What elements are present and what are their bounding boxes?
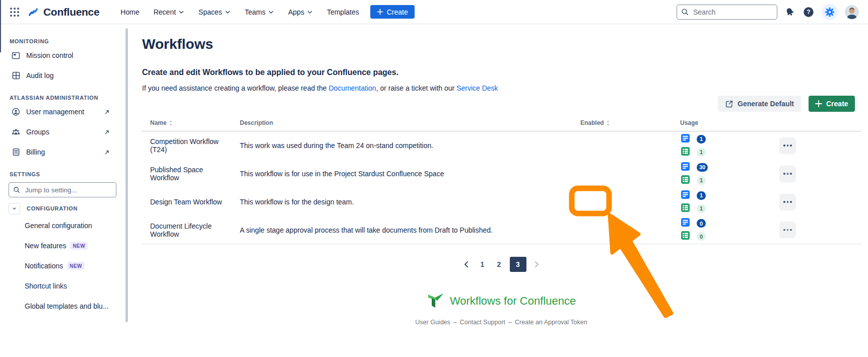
workflow-name: Document Lifecycle Workflow bbox=[141, 222, 231, 238]
search-icon bbox=[681, 8, 689, 16]
pagination-page-3-current[interactable]: 3 bbox=[510, 257, 526, 272]
generate-default-button[interactable]: Generate Default bbox=[718, 96, 801, 112]
user-guides-link[interactable]: User Guides bbox=[415, 319, 450, 326]
row-actions-menu-button[interactable] bbox=[779, 194, 796, 210]
notifications-bell-icon[interactable] bbox=[784, 7, 795, 18]
chevron-down-icon bbox=[12, 205, 17, 211]
chevron-right-icon bbox=[535, 261, 540, 268]
help-text: If you need assistance creating a workfl… bbox=[142, 84, 498, 92]
page-subtitle: Create and edit Workflows to be applied … bbox=[142, 68, 498, 77]
sidebar-item-new-features[interactable]: New features NEW bbox=[9, 236, 129, 256]
sidebar-item-groups[interactable]: Groups bbox=[9, 122, 111, 142]
pages-count-badge: 1 bbox=[697, 135, 706, 144]
tables-count-badge: 1 bbox=[697, 148, 706, 157]
footer-links: User Guides–Contact Support–Create an Ap… bbox=[415, 319, 587, 326]
create-workflow-button[interactable]: Create bbox=[809, 96, 855, 112]
workflow-description: This workflow is for use in the Project … bbox=[231, 170, 571, 178]
external-link-icon bbox=[104, 109, 110, 115]
pagination: 1 2 3 bbox=[141, 257, 861, 272]
billing-icon bbox=[12, 148, 20, 157]
global-search[interactable] bbox=[677, 5, 777, 20]
window-edge bbox=[0, 0, 1, 52]
search-input[interactable] bbox=[692, 8, 763, 17]
nav-templates[interactable]: Templates bbox=[327, 8, 359, 16]
row-actions-menu-button[interactable] bbox=[779, 222, 796, 238]
approval-token-link[interactable]: Create an Approval Token bbox=[515, 319, 587, 326]
documentation-link[interactable]: Documentation bbox=[328, 84, 376, 92]
pagination-page-1[interactable]: 1 bbox=[477, 257, 489, 272]
chevron-down-icon bbox=[307, 9, 313, 15]
row-actions-menu-button[interactable] bbox=[779, 166, 796, 182]
pagination-next-button[interactable] bbox=[531, 257, 543, 272]
groups-icon bbox=[12, 128, 20, 136]
column-header-enabled[interactable]: Enabled bbox=[571, 119, 671, 126]
check-icon bbox=[585, 199, 589, 203]
row-actions-menu-button[interactable] bbox=[779, 137, 796, 154]
workflows-app-logo-icon bbox=[427, 291, 445, 311]
tables-icon bbox=[681, 203, 690, 214]
column-header-name[interactable]: Name bbox=[141, 119, 231, 126]
column-header-description: Description bbox=[231, 119, 571, 126]
pages-icon bbox=[681, 162, 690, 173]
workflow-row: Document Lifecycle Workflow A single sta… bbox=[141, 216, 861, 244]
sidebar-item-global-templates[interactable]: Global templates and blu... bbox=[9, 296, 129, 316]
service-desk-link[interactable]: Service Desk bbox=[456, 84, 498, 92]
app-footer: Workflows for Confluence User Guides–Con… bbox=[141, 291, 861, 326]
jump-to-setting-input[interactable] bbox=[24, 186, 105, 194]
column-header-usage: Usage bbox=[671, 119, 770, 126]
confluence-logo-icon[interactable] bbox=[27, 6, 39, 18]
sidebar-item-shortcut-links[interactable]: Shortcut links bbox=[9, 276, 129, 296]
pagination-page-2[interactable]: 2 bbox=[493, 257, 505, 272]
nav-teams[interactable]: Teams bbox=[245, 8, 274, 16]
sidebar-scrollbar[interactable] bbox=[125, 28, 128, 322]
sidebar-item-mission-control[interactable]: Mission control bbox=[9, 45, 111, 65]
svg-text:?: ? bbox=[807, 9, 810, 16]
chevron-down-icon bbox=[178, 9, 184, 15]
workflow-description: This workflow is for the design team. bbox=[231, 198, 571, 206]
workflow-description: This work was used during the Team 24 on… bbox=[231, 141, 571, 150]
pages-icon bbox=[681, 218, 690, 229]
sidebar-item-audit-log[interactable]: Audit log bbox=[9, 65, 111, 86]
workflow-row: Competition Workflow (T24) This work was… bbox=[141, 131, 861, 160]
jump-to-setting-search[interactable] bbox=[9, 182, 116, 197]
external-link-icon bbox=[104, 150, 110, 155]
workflow-row: Published Space Workflow This workflow i… bbox=[141, 160, 861, 188]
nav-home[interactable]: Home bbox=[120, 8, 139, 16]
nav-recent[interactable]: Recent bbox=[154, 8, 184, 16]
tables-icon bbox=[681, 231, 690, 242]
page-title: Workflows bbox=[142, 36, 498, 52]
configuration-group-label: CONFIGURATION bbox=[27, 205, 78, 211]
settings-gear-icon[interactable] bbox=[822, 4, 838, 20]
pages-icon bbox=[681, 190, 690, 201]
app-switcher-icon[interactable] bbox=[8, 6, 21, 19]
section-title-atlassian-administration: ATLASSIAN ADMINISTRATION bbox=[10, 95, 129, 101]
collapse-configuration-button[interactable] bbox=[9, 203, 20, 215]
new-badge: NEW bbox=[70, 242, 88, 250]
external-link-icon bbox=[104, 129, 110, 135]
global-create-button[interactable]: Create bbox=[370, 5, 415, 19]
pagination-prev-button[interactable] bbox=[460, 257, 472, 272]
workflow-name: Published Space Workflow bbox=[141, 166, 231, 182]
configuration-group-header: CONFIGURATION bbox=[9, 201, 129, 216]
chevron-down-icon bbox=[268, 9, 274, 15]
tables-count-badge: 1 bbox=[697, 204, 706, 213]
contact-support-link[interactable]: Contact Support bbox=[460, 319, 505, 326]
nav-apps[interactable]: Apps bbox=[288, 8, 313, 16]
check-icon bbox=[585, 228, 589, 232]
plus-icon bbox=[815, 100, 822, 107]
sidebar-item-user-management[interactable]: User management bbox=[9, 102, 111, 122]
sidebar-item-general-configuration[interactable]: General configuration bbox=[9, 216, 129, 236]
primary-nav: Home Recent Spaces Teams Apps Templates bbox=[120, 8, 359, 16]
plus-icon bbox=[377, 9, 383, 15]
nav-spaces[interactable]: Spaces bbox=[198, 8, 231, 16]
sidebar-item-notifications[interactable]: Notifications NEW bbox=[9, 256, 129, 276]
audit-log-icon bbox=[12, 72, 20, 80]
pages-count-badge: 30 bbox=[697, 163, 708, 172]
mission-control-icon bbox=[12, 51, 20, 60]
user-icon bbox=[12, 108, 20, 116]
user-avatar[interactable] bbox=[845, 5, 859, 19]
workflow-row: Design Team Workflow This workflow is fo… bbox=[141, 188, 861, 216]
sidebar-item-billing[interactable]: Billing bbox=[9, 142, 111, 162]
section-title-settings: SETTINGS bbox=[10, 171, 129, 177]
help-icon[interactable]: ? bbox=[803, 6, 815, 18]
